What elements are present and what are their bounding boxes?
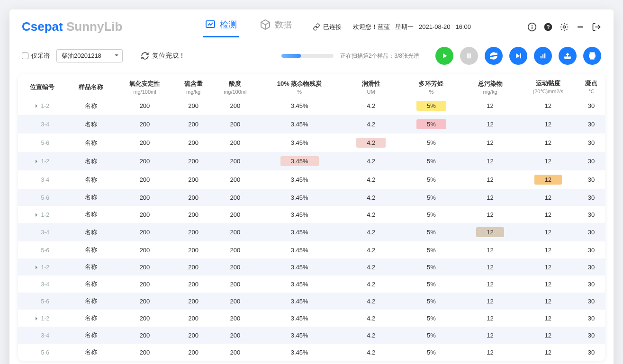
- col-header-9[interactable]: 运动黏度(20℃)mm2/s: [519, 74, 578, 97]
- col-header-1[interactable]: 样品名称: [67, 74, 116, 97]
- col-header-10[interactable]: 凝点℃: [578, 74, 605, 97]
- only-capture-input[interactable]: [22, 53, 28, 59]
- table-row[interactable]: 5-6名称2002002003.45%4.25%121230: [18, 344, 605, 361]
- data-cell: 200: [115, 170, 174, 189]
- data-cell: 30: [578, 344, 605, 361]
- data-cell: 4.2: [341, 97, 401, 115]
- data-cell: 200: [174, 189, 212, 206]
- data-cell: 30: [578, 115, 605, 133]
- position-cell: 1-2: [36, 212, 49, 218]
- table-row[interactable]: 5-6名称2002002003.45%4.25%121230: [18, 241, 605, 258]
- print-button[interactable]: [583, 47, 601, 65]
- data-cell: 3.45%: [258, 223, 341, 241]
- data-cell: 200: [174, 327, 212, 344]
- table-row[interactable]: 3-4名称2002002003.45%4.25%121230: [18, 327, 605, 344]
- data-cell: 200: [212, 170, 258, 189]
- data-cell: 4.2: [341, 293, 401, 310]
- col-sub-3: mg/kg: [176, 89, 210, 95]
- data-cell: 4.2: [341, 189, 401, 206]
- table-row[interactable]: 5-6名称2002002003.45%4.25%121230: [18, 293, 605, 310]
- data-cell: 5%: [401, 223, 461, 241]
- data-cell: 5%: [401, 327, 461, 344]
- table-row[interactable]: 1-2名称2002002003.45%4.25%121230: [18, 258, 605, 275]
- table-row[interactable]: 5-6名称2002002003.45%4.25%121230: [18, 189, 605, 206]
- connection-status[interactable]: 已连接: [313, 23, 342, 31]
- table-row[interactable]: 5-6名称2002002003.45%4.25%121230: [18, 133, 605, 152]
- table-row[interactable]: 1-2名称2002002003.45%4.25%121230: [18, 310, 605, 327]
- caret-icon: [36, 317, 39, 320]
- table-row[interactable]: 3-4名称2002002003.45%4.25%121230: [18, 170, 605, 189]
- export-button[interactable]: [559, 47, 577, 65]
- svg-rect-3: [532, 27, 533, 29]
- table-body: 1-2名称2002002003.45%4.25%1212303-4名称20020…: [18, 97, 605, 361]
- sample-name-cell: 名称: [67, 189, 116, 206]
- gear-icon[interactable]: [560, 22, 569, 32]
- data-cell: 4.2: [341, 275, 401, 293]
- svg-point-2: [532, 25, 533, 26]
- pause-button[interactable]: [460, 47, 478, 65]
- data-cell: 12: [519, 189, 578, 206]
- position-cell: 5-6: [36, 140, 49, 146]
- data-cell: 12: [461, 241, 518, 258]
- data-cell: 30: [578, 152, 605, 170]
- col-header-4[interactable]: 酸度mg/100ml: [212, 74, 258, 97]
- data-cell: 12: [519, 97, 578, 115]
- play-button[interactable]: [435, 47, 453, 65]
- table-row[interactable]: 3-4名称2002002003.45%4.25%121230: [18, 275, 605, 293]
- col-header-6[interactable]: 润滑性UM: [341, 74, 401, 97]
- logout-icon[interactable]: [592, 22, 601, 32]
- table-row[interactable]: 1-2名称2002002003.45%4.25%121230: [18, 152, 605, 170]
- data-cell: 5%: [401, 293, 461, 310]
- col-header-7[interactable]: 多环芳烃%: [401, 74, 461, 97]
- svg-point-6: [563, 26, 566, 28]
- stats-button[interactable]: [534, 47, 552, 65]
- minimize-icon[interactable]: [576, 22, 585, 32]
- table-row[interactable]: 1-2名称2002002003.45%4.25%121230: [18, 206, 605, 223]
- sample-name-cell: 名称: [67, 170, 116, 189]
- table-card: 位置编号样品名称氧化安定性mg/100ml硫含量mg/kg酸度mg/100ml1…: [18, 74, 605, 361]
- data-cell: 12: [461, 97, 518, 115]
- data-cell: 200: [115, 258, 174, 275]
- data-cell: 200: [115, 327, 174, 344]
- data-cell: 4.2: [341, 152, 401, 170]
- data-cell: 5%: [401, 170, 461, 189]
- col-header-5[interactable]: 10% 蒸余物残炭%: [258, 74, 341, 97]
- data-cell: 5%: [401, 115, 461, 133]
- table-row[interactable]: 1-2名称2002002003.45%4.25%121230: [18, 97, 605, 115]
- data-cell: 4.2: [341, 344, 401, 361]
- logo-sub: SunnyLib: [66, 19, 122, 34]
- data-cell: 200: [115, 275, 174, 293]
- tab-detect[interactable]: 检测: [203, 16, 239, 37]
- data-cell: 5%: [401, 152, 461, 170]
- help-icon[interactable]: ?: [543, 22, 553, 32]
- table-row[interactable]: 3-4名称2002002003.45%4.25%121230: [18, 115, 605, 133]
- data-cell: 4.2: [341, 133, 401, 152]
- data-cell: 12: [461, 293, 518, 310]
- data-cell: 200: [115, 206, 174, 223]
- link-icon: [313, 23, 320, 31]
- only-capture-checkbox[interactable]: 仅采谱: [22, 52, 50, 60]
- data-cell: 200: [212, 206, 258, 223]
- caret-icon: [36, 160, 39, 163]
- skip-button[interactable]: [509, 47, 527, 65]
- reset-button[interactable]: 复位完成！: [141, 52, 185, 60]
- cube-icon: [260, 19, 271, 30]
- col-header-3[interactable]: 硫含量mg/kg: [174, 74, 212, 97]
- tab-data[interactable]: 数据: [258, 16, 294, 37]
- col-header-2[interactable]: 氧化安定性mg/100ml: [115, 74, 174, 97]
- sample-select[interactable]: 柴油20201218: [56, 49, 123, 62]
- col-sub-8: mg/kg: [463, 89, 516, 95]
- data-cell: 12: [519, 133, 578, 152]
- col-sub-7: %: [403, 89, 460, 95]
- col-header-0[interactable]: 位置编号: [18, 74, 67, 97]
- data-cell: 4.2: [341, 223, 401, 241]
- scan-progress-fill: [281, 54, 301, 58]
- col-header-8[interactable]: 总污染物mg/kg: [461, 74, 518, 97]
- data-cell: 12: [519, 223, 578, 241]
- info-icon[interactable]: [527, 22, 537, 32]
- data-cell: 3.45%: [258, 97, 341, 115]
- data-cell: 200: [115, 241, 174, 258]
- svg-rect-15: [542, 54, 543, 58]
- table-row[interactable]: 3-4名称2002002003.45%4.25%121230: [18, 223, 605, 241]
- sync-button[interactable]: [485, 47, 503, 65]
